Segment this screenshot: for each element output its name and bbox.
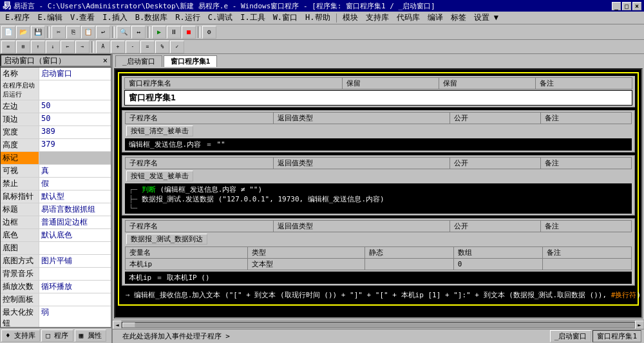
- bottom-scrollbar: ◄ ►: [113, 320, 644, 329]
- prop-caption[interactable]: 标题 易语言数据抓组: [1, 203, 111, 216]
- tab-property[interactable]: ▦ 属性: [75, 329, 106, 342]
- tb-copy[interactable]: ⎘: [66, 26, 80, 39]
- prop-cursor[interactable]: 鼠标指针 默认型: [1, 190, 111, 203]
- tb2-btn5[interactable]: ←: [61, 41, 75, 53]
- menu-view[interactable]: V.查看: [66, 12, 99, 24]
- sp3-var-col-remark: 备注: [542, 247, 631, 259]
- sp2-col-rettype: 返回值类型: [273, 158, 450, 169]
- tb2-btn3[interactable]: ↑: [31, 41, 45, 53]
- menu-help[interactable]: H.帮助: [301, 12, 334, 24]
- tb2-btn2[interactable]: ⊞: [16, 41, 30, 53]
- tb-cut[interactable]: ✂: [52, 26, 66, 39]
- menubar: E.程序 E.编辑 V.查看 I.插入 B.数据库 R.运行 C.调试 I.工具…: [0, 12, 644, 24]
- prop-bgimg[interactable]: 底图: [1, 242, 111, 255]
- support-lib-btn[interactable]: 支持库: [362, 12, 393, 24]
- tab-startup-window[interactable]: _启动窗口: [115, 55, 162, 67]
- prop-mark[interactable]: 标记: [1, 152, 111, 165]
- prop-start[interactable]: 在程序启动后运行: [1, 80, 111, 100]
- status-tab-progset1[interactable]: 窗口程序集1: [592, 330, 641, 342]
- prop-bgcolor[interactable]: 底色 默认底色: [1, 229, 111, 242]
- sp3-var-name: 本机ip: [126, 259, 248, 270]
- sp2-col-name: 子程序名: [126, 158, 274, 169]
- sp1-button[interactable]: 按钮_清空_被单击: [126, 125, 193, 136]
- module-btn[interactable]: 模块: [339, 12, 362, 24]
- sp1-btn-row: 按钮_清空_被单击: [125, 125, 632, 137]
- tb2-btn1[interactable]: ≡: [1, 41, 15, 53]
- left-panel-bottom: ♦ 支持库 □ 程序 ▦ 属性: [0, 328, 111, 343]
- tb2-btn4[interactable]: ↓: [46, 41, 60, 53]
- code-lib-btn[interactable]: 代码库: [393, 12, 424, 24]
- sub-prog-table-1: 子程序名 返回值类型 公开 备注: [125, 112, 632, 124]
- tb-stop[interactable]: ■: [182, 26, 196, 39]
- tb-replace[interactable]: ↔: [131, 26, 146, 39]
- prop-name[interactable]: 名称 启动窗口: [1, 68, 111, 80]
- sp3-var-remark: [542, 259, 631, 270]
- sp2-button[interactable]: 按钮_发送_被单击: [126, 171, 193, 181]
- sp2-line2: ├─ 数据报_测试.发送数据 ("127.0.0.1", 19730, 编辑框_…: [129, 194, 628, 204]
- tb2-btn6[interactable]: →: [75, 41, 90, 53]
- minimize-button[interactable]: _: [612, 2, 621, 10]
- col-remark-main: 备注: [536, 78, 632, 89]
- tb2-btn7[interactable]: A: [96, 41, 110, 53]
- toolbar1: 📄 📂 💾 ✂ ⎘ 📋 ↩ 🔍 ↔ ▶ ⏸ ■ ⚙: [0, 24, 644, 40]
- tb-save[interactable]: 💾: [31, 26, 45, 39]
- menu-window[interactable]: W.窗口: [269, 12, 301, 24]
- prop-control[interactable]: 控制面板: [1, 293, 111, 306]
- tb-pause[interactable]: ⏸: [167, 26, 181, 39]
- prop-height[interactable]: 高度 379: [1, 139, 111, 152]
- tb-paste[interactable]: 📋: [81, 26, 95, 39]
- scroll-left-btn[interactable]: ◄: [113, 320, 122, 329]
- prop-top[interactable]: 顶边 50: [1, 113, 111, 126]
- sub-prog-block-2: 子程序名 返回值类型 公开 备注 按钮_发送_被单击 ┌─ 判断 (编辑框_发送…: [122, 155, 635, 216]
- menu-tools[interactable]: I.工具: [236, 12, 269, 24]
- tb-undo[interactable]: ↩: [96, 26, 110, 39]
- tb2-sep1: [91, 41, 94, 53]
- tab-support-lib[interactable]: ♦ 支持库: [1, 329, 40, 342]
- menu-edit[interactable]: E.编辑: [33, 12, 66, 24]
- compile-btn[interactable]: 编译: [424, 12, 447, 24]
- sub-prog-block-3: 子程序名 返回值类型 公开 备注 数据报_测试_数据到达: [122, 218, 635, 286]
- settings-btn[interactable]: 设置 ▼: [470, 12, 502, 24]
- menu-debug[interactable]: C.调试: [204, 12, 236, 24]
- tb-run[interactable]: ▶: [152, 26, 166, 39]
- prop-maxbtn[interactable]: 最大化按钮 弱: [1, 306, 111, 328]
- tb2-btn8[interactable]: +: [111, 41, 125, 53]
- tb-find[interactable]: 🔍: [117, 26, 131, 39]
- prop-playcount[interactable]: 插放次数 循环播放: [1, 281, 111, 293]
- maximize-button[interactable]: □: [622, 2, 631, 10]
- tb2-btn11[interactable]: %: [155, 41, 169, 53]
- tb-open[interactable]: 📂: [16, 26, 30, 39]
- tb2-btn9[interactable]: -: [126, 41, 140, 53]
- col-preserve2: 保留: [439, 78, 536, 89]
- menu-program[interactable]: E.程序: [1, 12, 33, 24]
- prop-bgmusic[interactable]: 背景音乐: [1, 268, 111, 281]
- tb-extra1[interactable]: ⚙: [202, 26, 216, 39]
- tb2-btn12[interactable]: ✓: [170, 41, 184, 53]
- sp3-button[interactable]: 数据报_测试_数据到达: [126, 234, 207, 245]
- tb-new[interactable]: 📄: [1, 26, 15, 39]
- scroll-thumb[interactable]: [122, 322, 135, 328]
- menu-insert[interactable]: I.插入: [99, 12, 131, 24]
- prop-disable[interactable]: 禁止 假: [1, 178, 111, 190]
- prop-left[interactable]: 左边 50: [1, 100, 111, 113]
- sp1-col-remark: 备注: [540, 113, 631, 124]
- prop-width[interactable]: 宽度 389: [1, 126, 111, 139]
- menu-run[interactable]: R.运行: [171, 12, 204, 24]
- prop-bgmode[interactable]: 底图方式 图片平铺: [1, 255, 111, 268]
- prop-visible[interactable]: 可视 真: [1, 165, 111, 178]
- menu-database[interactable]: B.数据库: [131, 12, 171, 24]
- status-tab-startup[interactable]: _启动窗口: [550, 330, 592, 342]
- tb2-btn10[interactable]: =: [140, 41, 155, 53]
- close-button[interactable]: ×: [632, 2, 641, 10]
- sp3-var-col-static: 静态: [365, 247, 453, 259]
- left-panel-close[interactable]: ×: [103, 56, 108, 65]
- sp1-col-name: 子程序名: [126, 113, 274, 124]
- prop-border[interactable]: 边框 普通固定边框: [1, 216, 111, 229]
- tab-window-progset1[interactable]: 窗口程序集1: [164, 55, 218, 67]
- tab-program[interactable]: □ 程序: [41, 329, 73, 342]
- label-btn[interactable]: 标签: [447, 12, 470, 24]
- left-panel-title-text: 启动窗口（窗口）: [4, 55, 66, 66]
- col-progset-name: 窗口程序集名: [125, 78, 343, 89]
- scroll-track[interactable]: [122, 322, 635, 328]
- scroll-right-btn[interactable]: ►: [635, 320, 644, 329]
